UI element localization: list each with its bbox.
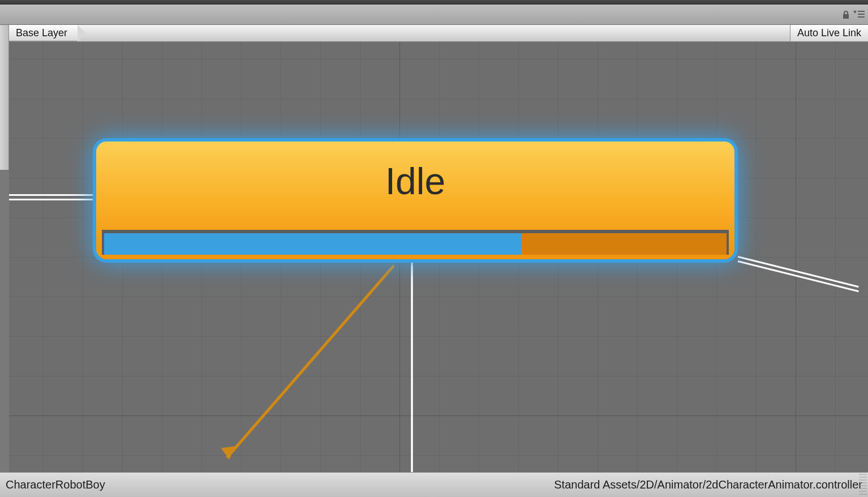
auto-live-link-button[interactable]: Auto Live Link [790, 25, 868, 41]
animator-graph-canvas[interactable]: Idle [9, 42, 868, 477]
svg-rect-1 [858, 14, 865, 15]
breadcrumb-base-layer[interactable]: Base Layer [9, 25, 78, 41]
state-node-title: Idle [385, 160, 445, 203]
state-progress-track [102, 230, 729, 255]
svg-rect-0 [858, 11, 865, 12]
status-left-label: CharacterRobotBoy [6, 478, 105, 491]
resize-handle-icon[interactable] [859, 474, 867, 496]
breadcrumb-spacer [78, 25, 790, 41]
context-menu-icon[interactable] [853, 11, 865, 19]
window-top-bar [0, 0, 868, 5]
transition-line-orange [226, 264, 395, 459]
status-bar: CharacterRobotBoy Standard Assets/2D/Ani… [0, 472, 868, 497]
auto-live-link-label: Auto Live Link [797, 27, 861, 39]
animator-toolbar [0, 5, 868, 25]
transition-arrowhead-icon [221, 447, 237, 461]
breadcrumb-row: Base Layer Auto Live Link [9, 25, 868, 42]
breadcrumb-label: Base Layer [16, 27, 67, 39]
lock-icon[interactable] [842, 10, 850, 19]
state-progress-fill [104, 233, 521, 255]
status-right-label: Standard Assets/2D/Animator/2dCharacterA… [554, 478, 862, 491]
left-sidebar-strip [0, 25, 9, 170]
state-node-idle[interactable]: Idle [93, 138, 738, 263]
svg-rect-2 [858, 16, 865, 18]
